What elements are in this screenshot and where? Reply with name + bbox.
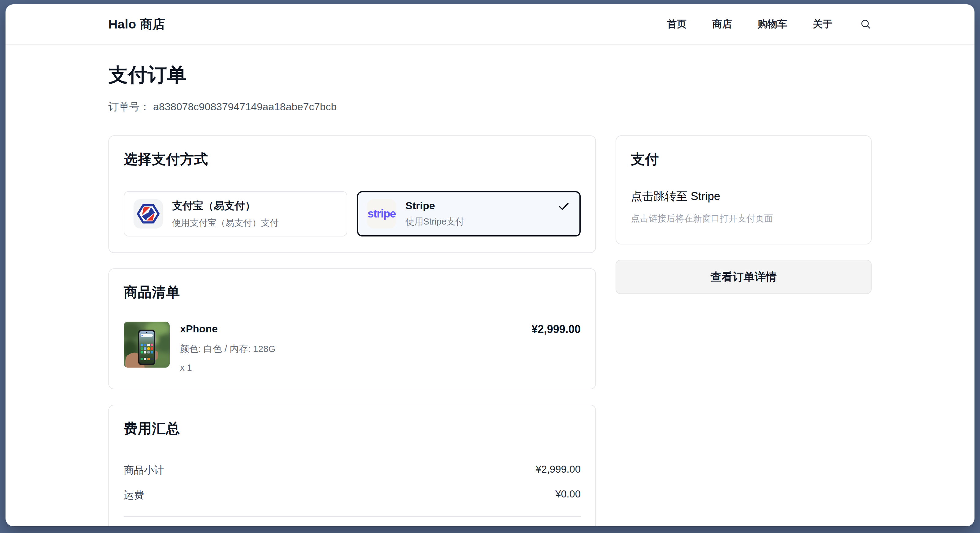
pay-card: 支付 点击跳转至 Stripe 点击链接后将在新窗口打开支付页面 — [616, 135, 872, 245]
main-nav: 首页 商店 购物车 关于 — [667, 18, 872, 31]
pay-note: 点击链接后将在新窗口打开支付页面 — [631, 213, 856, 225]
order-number-label: 订单号： — [108, 101, 150, 112]
shipping-label: 运费 — [124, 488, 144, 502]
items-heading: 商品清单 — [124, 283, 581, 301]
pay-heading: 支付 — [631, 150, 856, 169]
site-header: Halo 商店 首页 商店 购物车 关于 — [5, 4, 975, 45]
payment-option-alipay-name: 支付宝（易支付） — [172, 199, 279, 213]
order-number-value: a838078c90837947149aa18abe7c7bcb — [153, 101, 337, 112]
check-icon — [557, 200, 570, 213]
payment-option-stripe[interactable]: stripe Stripe 使用Stripe支付 — [357, 191, 581, 237]
nav-item-home[interactable]: 首页 — [667, 18, 687, 31]
nav-item-cart[interactable]: 购物车 — [758, 18, 787, 31]
payment-option-stripe-desc: 使用Stripe支付 — [406, 216, 464, 228]
shipping-value: ¥0.00 — [555, 488, 581, 502]
nav-item-about[interactable]: 关于 — [813, 18, 832, 31]
product-name: xPhone — [180, 323, 275, 335]
subtotal-label: 商品小计 — [124, 463, 164, 477]
summary-heading: 费用汇总 — [124, 419, 581, 438]
stripe-redirect-link[interactable]: 点击跳转至 Stripe — [631, 189, 720, 204]
summary-row-subtotal: 商品小计 ¥2,999.00 — [124, 463, 581, 477]
product-price: ¥2,999.00 — [531, 323, 581, 336]
site-logo[interactable]: Halo 商店 — [108, 16, 165, 33]
items-card: 商品清单 — [108, 268, 596, 389]
summary-card: 费用汇总 商品小计 ¥2,999.00 运费 ¥0.00 — [108, 405, 596, 526]
nav-item-shop[interactable]: 商店 — [712, 18, 732, 31]
search-icon[interactable] — [860, 18, 872, 30]
product-quantity: x 1 — [180, 363, 275, 373]
subtotal-value: ¥2,999.00 — [536, 463, 581, 477]
payment-option-alipay[interactable]: 支付宝（易支付） 使用支付宝（易支付）支付 — [124, 191, 347, 237]
stripe-icon: stripe — [367, 199, 396, 229]
payment-method-heading: 选择支付方式 — [124, 150, 581, 169]
payment-method-card: 选择支付方式 — [108, 135, 596, 253]
summary-row-shipping: 运费 ¥0.00 — [124, 488, 581, 502]
payment-option-alipay-desc: 使用支付宝（易支付）支付 — [172, 217, 279, 229]
payment-option-stripe-name: Stripe — [406, 200, 464, 212]
browser-window: Halo 商店 首页 商店 购物车 关于 支付订单 订单号：a838078c90… — [5, 4, 975, 526]
alipay-icon — [134, 199, 163, 229]
product-specs: 颜色: 白色 / 内存: 128G — [180, 343, 275, 355]
product-row: xPhone 颜色: 白色 / 内存: 128G x 1 ¥2,999.00 — [124, 321, 581, 373]
product-image — [124, 321, 170, 368]
page-title: 支付订单 — [108, 62, 872, 88]
order-number-line: 订单号：a838078c90837947149aa18abe7c7bcb — [108, 100, 872, 114]
view-order-details-button[interactable]: 查看订单详情 — [616, 260, 872, 294]
stripe-wordmark: stripe — [368, 207, 396, 220]
page-content: 支付订单 订单号：a838078c90837947149aa18abe7c7bc… — [108, 62, 872, 526]
summary-divider — [124, 516, 581, 517]
